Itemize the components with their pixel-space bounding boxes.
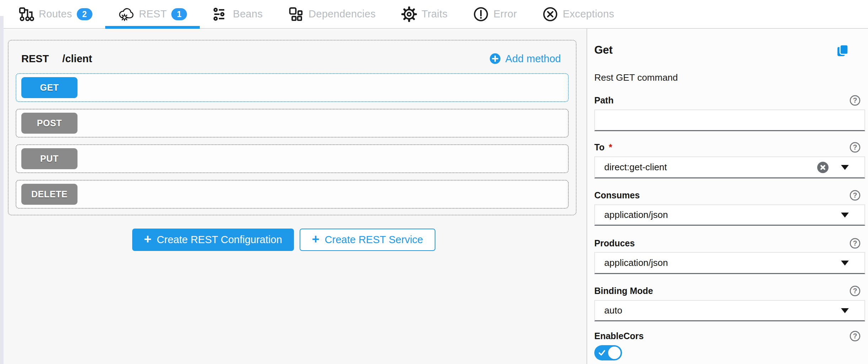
- svg-text:?: ?: [853, 96, 857, 104]
- help-icon[interactable]: ?: [849, 285, 861, 297]
- consumes-value: application/json: [604, 209, 841, 220]
- tab-beans-label: Beans: [233, 8, 263, 20]
- create-actions-row: + Create REST Configuration + Create RES…: [132, 229, 435, 251]
- top-tab-bar: Routes 2 REST 1: [0, 0, 868, 29]
- method-row-post[interactable]: POST: [16, 109, 569, 138]
- get-method-button[interactable]: GET: [21, 77, 77, 98]
- dependencies-icon: [288, 6, 304, 22]
- copy-icon[interactable]: [836, 44, 850, 57]
- toggle-knob: [608, 347, 621, 359]
- enable-cors-label: EnableCors: [594, 330, 644, 342]
- chevron-down-icon: [841, 261, 849, 266]
- produces-select[interactable]: application/json: [594, 252, 865, 274]
- method-row-get[interactable]: GET: [16, 73, 569, 102]
- plus-icon: +: [312, 233, 320, 247]
- add-method-button[interactable]: Add method: [489, 53, 561, 65]
- to-field-header: To* ?: [594, 141, 865, 153]
- svg-text:?: ?: [853, 332, 857, 340]
- help-icon[interactable]: ?: [849, 237, 861, 249]
- method-row-put[interactable]: PUT: [16, 144, 569, 173]
- rest-card-title: REST: [21, 53, 49, 65]
- method-row-delete[interactable]: DELETE: [16, 180, 569, 209]
- help-icon[interactable]: ?: [849, 95, 861, 106]
- produces-field-header: Produces ?: [594, 237, 865, 249]
- path-field-header: Path ?: [594, 95, 865, 106]
- rest-cloud-gear-icon: [118, 6, 134, 22]
- path-input[interactable]: [594, 109, 865, 131]
- create-rest-service-label: Create REST Service: [325, 234, 423, 246]
- add-method-label: Add method: [505, 53, 561, 65]
- consumes-select[interactable]: application/json: [594, 204, 865, 226]
- help-icon[interactable]: ?: [849, 189, 861, 201]
- tab-error-label: Error: [493, 8, 517, 20]
- consumes-label: Consumes: [594, 189, 640, 201]
- svg-text:?: ?: [853, 191, 857, 199]
- tab-rest[interactable]: REST 1: [105, 0, 200, 28]
- rest-card-path: /client: [62, 53, 92, 65]
- rest-card: REST /client Add method GET POST PUT DEL…: [8, 40, 577, 215]
- svg-text:?: ?: [853, 143, 857, 151]
- to-label: To*: [594, 141, 612, 153]
- routes-count-badge: 2: [77, 8, 92, 20]
- binding-mode-label: Binding Mode: [594, 285, 653, 296]
- enable-cors-toggle[interactable]: [594, 345, 622, 360]
- produces-value: application/json: [604, 257, 841, 268]
- binding-mode-value: auto: [604, 305, 841, 316]
- binding-mode-field-header: Binding Mode ?: [594, 285, 865, 296]
- exceptions-x-circle-icon: [542, 6, 558, 22]
- post-method-button[interactable]: POST: [21, 113, 77, 134]
- tab-dependencies-label: Dependencies: [309, 8, 376, 20]
- consumes-field-header: Consumes ?: [594, 189, 865, 201]
- plus-icon: +: [144, 233, 151, 247]
- tab-traits-label: Traits: [422, 8, 448, 20]
- create-rest-configuration-label: Create REST Configuration: [157, 234, 282, 246]
- create-rest-configuration-button[interactable]: + Create REST Configuration: [132, 229, 294, 251]
- put-method-button[interactable]: PUT: [21, 148, 77, 169]
- clear-selection-icon[interactable]: [817, 161, 829, 173]
- rest-designer-canvas: REST /client Add method GET POST PUT DEL…: [4, 30, 587, 364]
- beans-icon: [213, 6, 228, 22]
- svg-text:?: ?: [853, 287, 857, 295]
- help-icon[interactable]: ?: [849, 330, 861, 342]
- required-asterisk: *: [609, 142, 612, 152]
- details-subtitle: Rest GET command: [594, 72, 865, 83]
- to-typeahead-select[interactable]: direct:get-client: [594, 156, 865, 178]
- plus-circle-icon: [489, 53, 501, 64]
- tab-error[interactable]: Error: [460, 0, 530, 28]
- tab-traits[interactable]: Traits: [389, 0, 460, 28]
- path-label: Path: [594, 95, 614, 106]
- details-title: Get: [594, 44, 865, 57]
- enable-cors-field-header: EnableCors ?: [594, 330, 865, 342]
- traits-gear-icon: [401, 6, 417, 22]
- get-properties-panel: Get Rest GET command Path ?: [587, 30, 868, 364]
- to-value: direct:get-client: [604, 162, 817, 173]
- tab-beans[interactable]: Beans: [200, 0, 275, 28]
- tab-routes-label: Routes: [39, 8, 72, 20]
- chevron-down-icon: [841, 308, 849, 313]
- tab-dependencies[interactable]: Dependencies: [275, 0, 389, 28]
- tab-exceptions[interactable]: Exceptions: [530, 0, 627, 28]
- chevron-down-icon: [841, 213, 849, 218]
- tab-routes[interactable]: Routes 2: [5, 0, 105, 28]
- error-exclamation-icon: [473, 6, 489, 22]
- help-icon[interactable]: ?: [849, 141, 861, 153]
- svg-text:?: ?: [853, 239, 857, 247]
- routes-icon: [18, 6, 34, 22]
- delete-method-button[interactable]: DELETE: [21, 184, 77, 205]
- check-icon: [598, 349, 606, 357]
- tab-exceptions-label: Exceptions: [563, 8, 614, 20]
- left-edge-strip: [0, 16, 4, 364]
- create-rest-service-button[interactable]: + Create REST Service: [300, 229, 436, 251]
- tab-rest-label: REST: [139, 8, 167, 20]
- chevron-down-icon: [841, 165, 849, 170]
- binding-mode-select[interactable]: auto: [594, 300, 865, 321]
- produces-label: Produces: [594, 237, 635, 249]
- rest-card-header: REST /client Add method: [9, 41, 576, 73]
- rest-count-badge: 1: [171, 8, 187, 20]
